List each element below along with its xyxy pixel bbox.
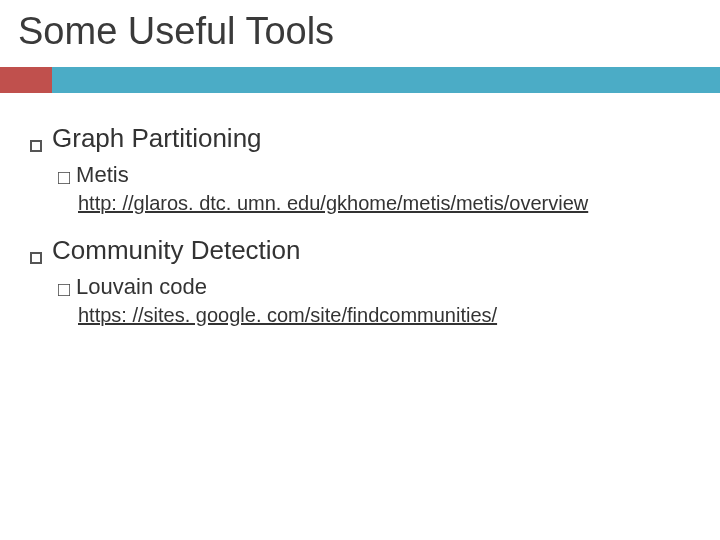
square-bullet-icon xyxy=(30,140,42,152)
link-text[interactable]: https: //sites. google. com/site/findcom… xyxy=(78,304,690,327)
slide-title: Some Useful Tools xyxy=(0,10,720,61)
slide: Some Useful Tools Graph Partitioning □ M… xyxy=(0,0,720,540)
accent-teal-segment xyxy=(52,67,720,93)
sublist-item-label: Louvain code xyxy=(76,274,207,300)
list-item-label: Graph Partitioning xyxy=(52,123,262,154)
accent-red-segment xyxy=(0,67,52,93)
sublist-item: □ Metis xyxy=(58,162,690,188)
hollow-square-bullet-icon: □ xyxy=(58,167,70,187)
sublist-item-label: Metis xyxy=(76,162,129,188)
link-text[interactable]: http: //glaros. dtc. umn. edu/gkhome/met… xyxy=(78,192,690,215)
list-item: Community Detection xyxy=(30,235,690,266)
hollow-square-bullet-icon: □ xyxy=(58,279,70,299)
list-item: Graph Partitioning xyxy=(30,123,690,154)
list-item-label: Community Detection xyxy=(52,235,301,266)
spacer xyxy=(30,215,690,229)
accent-bar xyxy=(0,67,720,93)
sublist-item: □ Louvain code xyxy=(58,274,690,300)
square-bullet-icon xyxy=(30,252,42,264)
content-area: Graph Partitioning □ Metis http: //glaro… xyxy=(0,93,720,327)
